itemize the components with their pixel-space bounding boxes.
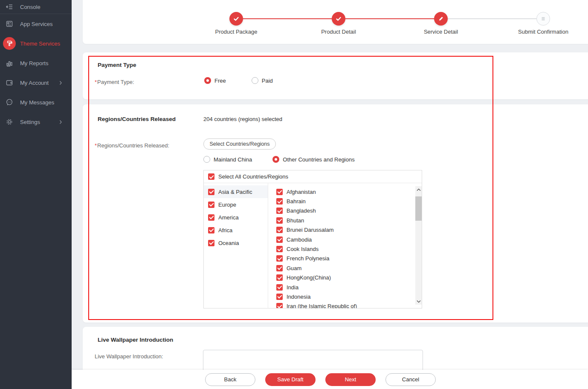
required-asterisk: *	[95, 79, 97, 85]
radio-mainland-china[interactable]: Mainland China	[203, 156, 252, 163]
sidebar-item-label: App Services	[20, 21, 53, 27]
radio-unselected-icon	[203, 156, 210, 163]
group-row-oceania[interactable]: Oceania	[204, 236, 268, 249]
select-all-row[interactable]: Select All Countries/Regions	[204, 170, 422, 183]
checkbox-checked-icon[interactable]	[276, 303, 283, 308]
step-connector	[448, 18, 536, 19]
checkbox-checked-icon[interactable]	[276, 189, 283, 195]
country-row[interactable]: Iran (the Islamic Republic of)	[276, 302, 422, 308]
sidebar-item-app-services[interactable]: App Services	[0, 14, 72, 34]
cancel-button[interactable]: Cancel	[385, 373, 436, 386]
checkbox-checked-icon[interactable]	[208, 214, 214, 221]
checkbox-checked-icon[interactable]	[276, 217, 283, 224]
country-row[interactable]: Guam	[276, 263, 422, 273]
checkbox-checked-icon[interactable]	[276, 198, 283, 205]
country-row[interactable]: Bhutan	[276, 216, 422, 225]
radio-label: Mainland China	[214, 156, 252, 163]
checkbox-checked-icon[interactable]	[276, 284, 283, 291]
document-lines-icon	[539, 15, 547, 23]
checkbox-checked-icon[interactable]	[208, 227, 214, 233]
save-draft-button[interactable]: Save Draft	[265, 373, 316, 386]
country-list-scrollbar[interactable]	[415, 186, 422, 305]
checkbox-checked-icon[interactable]	[276, 227, 283, 233]
checkbox-checked-icon[interactable]	[276, 265, 283, 271]
country-row[interactable]: Bangladesh	[276, 206, 422, 216]
app-services-icon	[3, 17, 16, 30]
bar-chart-icon	[3, 57, 16, 69]
step-label: Product Detail	[300, 29, 377, 35]
country-row[interactable]: Brunei Darussalam	[276, 225, 422, 235]
checkbox-checked-icon[interactable]	[208, 202, 214, 208]
group-row-asia-pacific[interactable]: Asia & Pacific	[204, 185, 268, 198]
step-label: Submit Confirmation	[505, 29, 582, 35]
step-connector	[243, 18, 332, 19]
payment-type-field-label: *Payment Type:	[95, 79, 134, 85]
radio-other-countries[interactable]: Other Countries and Regions	[272, 156, 354, 163]
country-row[interactable]: Indonesia	[276, 292, 422, 301]
radio-selected-icon	[204, 77, 211, 84]
step-product-detail[interactable]	[332, 12, 345, 26]
scrollbar-thumb[interactable]	[415, 196, 422, 221]
radio-unselected-icon	[252, 77, 258, 84]
checkbox-checked-icon[interactable]	[276, 207, 283, 214]
group-row-europe[interactable]: Europe	[204, 198, 268, 211]
checkbox-checked-icon[interactable]	[208, 240, 214, 246]
scroll-down-icon[interactable]	[415, 298, 422, 305]
sidebar-item-label: Settings	[20, 119, 40, 125]
radio-paid[interactable]: Paid	[252, 77, 273, 84]
sidebar-item-label: My Reports	[20, 60, 48, 66]
step-service-detail[interactable]	[434, 12, 448, 26]
section-title: Live Wallpaper Introduction	[98, 337, 173, 343]
step-label: Product Package	[198, 29, 275, 35]
step-submit-confirmation[interactable]	[536, 12, 550, 26]
sidebar-item-theme-services[interactable]: Theme Services	[0, 34, 72, 53]
section-title: Regions/Countries Released	[98, 116, 176, 122]
chevron-right-icon	[59, 81, 62, 85]
footer-action-bar: Back Save Draft Next Cancel	[72, 370, 588, 389]
next-button[interactable]: Next	[325, 373, 376, 386]
checkbox-checked-icon[interactable]	[276, 246, 283, 252]
checkbox-checked-icon[interactable]	[208, 173, 214, 180]
group-row-america[interactable]: America	[204, 211, 268, 224]
required-asterisk: *	[95, 142, 97, 149]
country-row[interactable]: Bahrain	[276, 196, 422, 206]
checkbox-checked-icon[interactable]	[276, 294, 283, 300]
region-group-column: Asia & Pacific Europe America Africa	[204, 183, 268, 308]
sidebar-item-settings[interactable]: Settings	[0, 112, 72, 132]
sidebar-item-my-reports[interactable]: My Reports	[0, 53, 72, 73]
checkbox-checked-icon[interactable]	[276, 255, 283, 262]
sidebar-item-label: My Messages	[20, 99, 54, 106]
pencil-icon	[437, 15, 445, 23]
country-row[interactable]: French Polynesia	[276, 254, 422, 263]
sidebar-item-my-account[interactable]: My Account	[0, 73, 72, 92]
sidebar-item-label: Theme Services	[20, 40, 60, 47]
checkbox-checked-icon[interactable]	[208, 189, 214, 195]
sidebar-item-my-messages[interactable]: My Messages	[0, 92, 72, 112]
step-product-package[interactable]	[229, 12, 243, 26]
step-label: Service Detail	[403, 29, 479, 35]
radio-label: Free	[214, 78, 226, 84]
regions-section: Regions/Countries Released 204 countries…	[83, 104, 588, 323]
radio-free[interactable]: Free	[204, 77, 226, 84]
chat-bubble-icon	[3, 96, 16, 109]
sidebar-item-label: Console	[20, 4, 41, 10]
radio-selected-icon	[272, 156, 279, 163]
country-row[interactable]: HongKong(China)	[276, 273, 422, 282]
country-row[interactable]: India	[276, 282, 422, 292]
gear-icon	[3, 115, 16, 128]
regions-field-label: *Regions/Countries Released:	[95, 142, 169, 149]
payment-type-section: Payment Type *Payment Type: Free Paid	[83, 52, 588, 99]
checkbox-checked-icon[interactable]	[276, 274, 283, 281]
back-button[interactable]: Back	[205, 373, 255, 386]
group-row-africa[interactable]: Africa	[204, 224, 268, 236]
country-row[interactable]: Cook Islands	[276, 244, 422, 254]
collapse-icon	[3, 0, 16, 13]
paint-roller-icon	[3, 37, 16, 50]
checkbox-checked-icon[interactable]	[276, 236, 283, 243]
country-row[interactable]: Afghanistan	[276, 187, 422, 196]
scroll-up-icon[interactable]	[415, 186, 422, 193]
country-row[interactable]: Cambodia	[276, 235, 422, 244]
sidebar-item-console[interactable]: Console	[0, 0, 72, 14]
check-icon	[335, 15, 342, 23]
select-countries-button[interactable]: Select Countries/Regions	[203, 138, 276, 150]
